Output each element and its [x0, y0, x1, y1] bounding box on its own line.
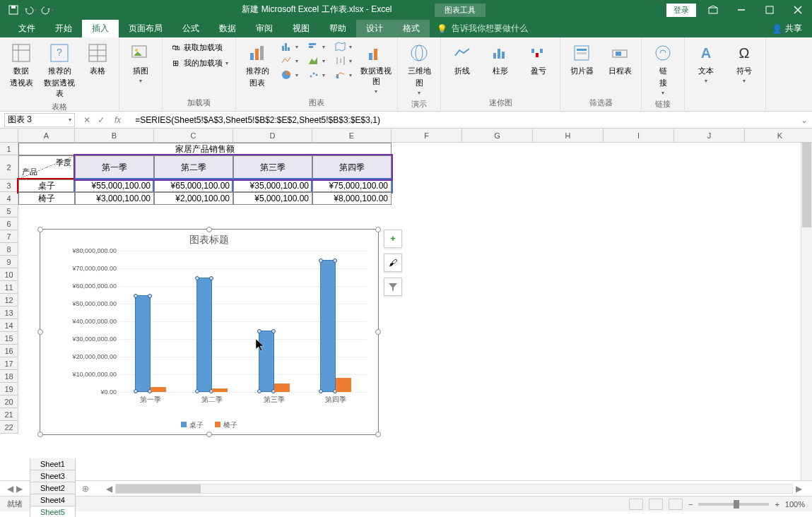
resize-handle[interactable]	[375, 227, 381, 232]
table-header[interactable]: 第一季	[75, 155, 154, 179]
illustrations-button[interactable]: 插图▾	[124, 40, 158, 85]
row-header[interactable]: 10	[0, 268, 18, 281]
row-label[interactable]: 椅子	[18, 192, 75, 205]
col-header[interactable]: H	[533, 129, 604, 143]
pivot-chart-button[interactable]: 数据透视图▾	[359, 40, 393, 96]
col-header[interactable]: C	[154, 129, 233, 143]
row-label[interactable]: 桌子	[18, 179, 75, 192]
link-button[interactable]: 链接▾	[646, 40, 680, 97]
undo-icon[interactable]: ▾	[23, 2, 38, 18]
share-button[interactable]: 👤共享	[762, 20, 812, 37]
zoom-level[interactable]: 100%	[785, 500, 805, 509]
col-header[interactable]: J	[674, 129, 745, 143]
row-header[interactable]: 7	[0, 230, 18, 243]
data-cell[interactable]: ¥35,000,100.00	[233, 179, 312, 192]
close-icon[interactable]	[784, 0, 812, 20]
data-cell[interactable]: ¥65,000,100.00	[154, 179, 233, 192]
bar-series-1[interactable]	[336, 378, 351, 392]
fx-icon[interactable]: fx	[112, 115, 124, 125]
3d-map-button[interactable]: 三维地图▾	[402, 40, 436, 97]
bar-series-0[interactable]	[320, 260, 336, 393]
tab-insert[interactable]: 插入	[82, 20, 119, 37]
table-header[interactable]: 第四季	[312, 155, 392, 179]
sparkline-winloss-button[interactable]: 盈亏	[522, 40, 555, 78]
zoom-slider[interactable]	[698, 503, 769, 506]
col-header[interactable]: F	[392, 129, 462, 143]
sparkline-line-button[interactable]: 折线	[445, 40, 479, 78]
horizontal-scrollbar[interactable]: ◀ ▶	[103, 484, 805, 494]
chart-legend[interactable]: 桌子 椅子	[40, 420, 378, 430]
tab-view[interactable]: 视图	[283, 20, 319, 37]
col-header[interactable]: I	[604, 129, 674, 143]
row-header[interactable]: 20	[0, 396, 18, 408]
col-header[interactable]: B	[75, 129, 154, 143]
row-header[interactable]: 6	[0, 218, 18, 230]
col-header[interactable]: D	[233, 129, 312, 143]
row-header[interactable]: 14	[0, 319, 18, 332]
maximize-icon[interactable]	[755, 0, 784, 20]
row-header[interactable]: 5	[0, 205, 18, 218]
tell-me-search[interactable]: 💡告诉我你想要做什么	[430, 20, 535, 37]
table-header[interactable]: 第二季	[154, 155, 233, 179]
row-header[interactable]: 2	[0, 155, 18, 179]
col-header[interactable]: E	[312, 129, 392, 143]
chart-stock-icon[interactable]: ▾	[332, 54, 355, 67]
view-layout-icon[interactable]	[649, 499, 663, 510]
login-button[interactable]: 登录	[666, 4, 696, 17]
zoom-in-button[interactable]: +	[775, 500, 779, 509]
chart-scatter-icon[interactable]: ▾	[305, 69, 328, 81]
chart-area-icon[interactable]: ▾	[305, 54, 328, 67]
crosshead-cell[interactable]: 季度 产品	[18, 155, 75, 179]
sheet-tab[interactable]: Sheet2	[30, 482, 76, 494]
chart-bar-icon[interactable]: ▾	[278, 40, 301, 53]
tab-layout[interactable]: 页面布局	[119, 20, 172, 37]
chart-combo-icon[interactable]: ▾	[332, 69, 355, 81]
chart-add-element-icon[interactable]: +	[384, 230, 402, 248]
tab-formulas[interactable]: 公式	[172, 20, 209, 37]
row-header[interactable]: 4	[0, 192, 18, 205]
chart-hbar-icon[interactable]: ▾	[305, 40, 328, 53]
resize-handle[interactable]	[37, 227, 43, 232]
table-button[interactable]: 表格	[81, 40, 114, 78]
expand-formula-icon[interactable]: ⌄	[796, 115, 812, 125]
chart-object[interactable]: 图表标题 ¥0.00¥10,000,000.00¥20,000,000.00¥3…	[40, 229, 379, 435]
tab-format[interactable]: 格式	[393, 20, 430, 37]
accept-formula-icon[interactable]: ✓	[98, 115, 105, 125]
zoom-out-button[interactable]: −	[688, 500, 693, 509]
save-icon[interactable]	[6, 2, 21, 18]
chart-map-icon[interactable]: ▾	[332, 40, 355, 53]
text-button[interactable]: A文本▾	[689, 40, 723, 85]
bar-series-1[interactable]	[274, 384, 290, 393]
slicer-button[interactable]: 切片器	[565, 40, 599, 78]
row-header[interactable]: 21	[0, 408, 18, 421]
row-header[interactable]: 8	[0, 243, 18, 256]
recommended-pivot-button[interactable]: ?推荐的数据透视表	[42, 40, 76, 100]
pivot-table-button[interactable]: 数据透视表	[4, 40, 38, 90]
data-cell[interactable]: ¥2,000,100.00	[154, 192, 233, 205]
row-header[interactable]: 15	[0, 332, 18, 345]
symbol-button[interactable]: Ω符号▾	[727, 40, 761, 85]
data-cell[interactable]: ¥3,000,100.00	[75, 192, 154, 205]
row-header[interactable]: 12	[0, 294, 18, 307]
resize-handle[interactable]	[206, 432, 212, 437]
bar-series-0[interactable]	[196, 278, 212, 393]
data-cell[interactable]: ¥55,000,100.00	[75, 179, 154, 192]
col-header[interactable]: G	[462, 129, 533, 143]
tab-nav-next-icon[interactable]: ▶	[16, 484, 23, 494]
get-addins-button[interactable]: 🛍获取加载项	[167, 40, 231, 54]
resize-handle[interactable]	[375, 432, 381, 437]
select-all-corner[interactable]	[0, 129, 18, 143]
row-header[interactable]: 22	[0, 421, 18, 434]
cancel-formula-icon[interactable]: ✕	[83, 115, 90, 125]
tab-data[interactable]: 数据	[209, 20, 246, 37]
row-header[interactable]: 18	[0, 370, 18, 383]
timeline-button[interactable]: 日程表	[603, 40, 637, 78]
row-header[interactable]: 11	[0, 281, 18, 294]
view-break-icon[interactable]	[669, 499, 683, 510]
vertical-scrollbar[interactable]	[801, 143, 812, 480]
bar-series-1[interactable]	[151, 387, 166, 393]
chart-filter-icon[interactable]	[384, 278, 402, 296]
chart-line-icon[interactable]: ▾	[278, 54, 301, 67]
tab-home[interactable]: 开始	[45, 20, 82, 37]
minimize-icon[interactable]	[727, 0, 755, 20]
